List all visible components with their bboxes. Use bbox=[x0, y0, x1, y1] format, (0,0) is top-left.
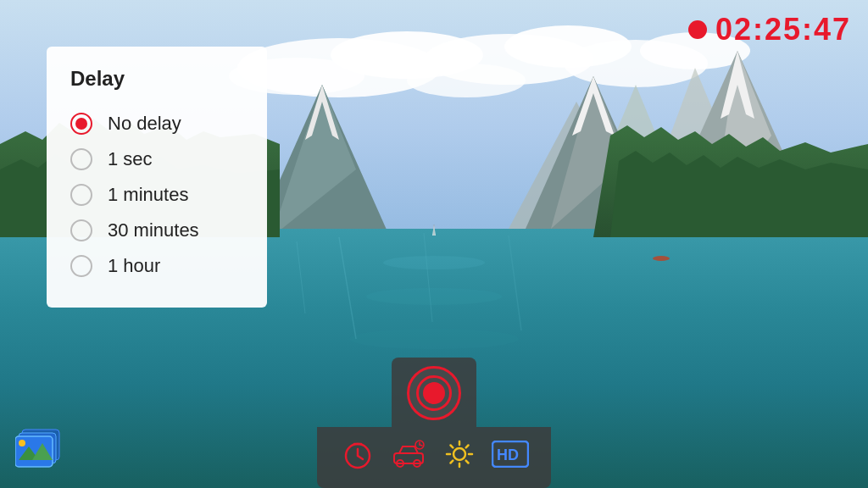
svg-point-41 bbox=[19, 440, 25, 446]
bottom-toolbar: HD bbox=[317, 358, 551, 488]
gallery-icon[interactable] bbox=[15, 423, 66, 473]
svg-point-28 bbox=[349, 329, 519, 349]
svg-point-27 bbox=[366, 288, 502, 305]
svg-point-53 bbox=[453, 448, 465, 460]
delay-panel: Delay No delay 1 sec 1 minutes 30 minute… bbox=[47, 47, 267, 308]
radio-inner-no-delay bbox=[75, 118, 87, 130]
svg-point-33 bbox=[653, 256, 670, 261]
recording-indicator: 02:25:47 bbox=[688, 12, 851, 47]
svg-text:HD: HD bbox=[497, 446, 519, 463]
svg-line-58 bbox=[451, 446, 453, 448]
delay-label-1min: 1 minutes bbox=[108, 184, 188, 206]
record-btn-inner bbox=[416, 375, 452, 411]
radio-no-delay[interactable] bbox=[70, 113, 92, 135]
delay-option-1min[interactable]: 1 minutes bbox=[70, 177, 233, 213]
radio-1sec[interactable] bbox=[70, 148, 92, 170]
delay-option-no-delay[interactable]: No delay bbox=[70, 106, 233, 141]
record-button-container bbox=[392, 358, 476, 427]
svg-point-26 bbox=[383, 256, 485, 269]
record-time: 02:25:47 bbox=[715, 12, 851, 47]
timer-icon-button[interactable] bbox=[337, 434, 378, 474]
delay-option-1hour[interactable]: 1 hour bbox=[70, 248, 233, 284]
svg-line-52 bbox=[420, 445, 422, 446]
radio-30min[interactable] bbox=[70, 219, 92, 241]
delay-title: Delay bbox=[70, 67, 233, 91]
delay-option-30min[interactable]: 30 minutes bbox=[70, 213, 233, 248]
svg-marker-32 bbox=[610, 151, 868, 237]
svg-marker-47 bbox=[399, 446, 418, 453]
svg-line-61 bbox=[451, 461, 453, 463]
record-dot bbox=[688, 20, 707, 39]
svg-line-59 bbox=[466, 461, 469, 463]
toolbar-icons-row: HD bbox=[317, 427, 551, 488]
record-button[interactable] bbox=[407, 366, 461, 420]
radio-1min[interactable] bbox=[70, 184, 92, 206]
delay-label-30min: 30 minutes bbox=[108, 219, 199, 241]
svg-line-60 bbox=[466, 446, 469, 448]
record-btn-dot bbox=[423, 382, 445, 404]
hd-icon-button[interactable]: HD bbox=[490, 434, 531, 474]
delay-label-no-delay: No delay bbox=[108, 113, 181, 135]
svg-line-44 bbox=[358, 456, 363, 459]
delay-option-1sec[interactable]: 1 sec bbox=[70, 141, 233, 177]
interval-icon-button[interactable] bbox=[388, 434, 429, 474]
brightness-icon-button[interactable] bbox=[439, 434, 480, 474]
radio-1hour[interactable] bbox=[70, 255, 92, 277]
svg-point-8 bbox=[407, 64, 526, 97]
delay-label-1hour: 1 hour bbox=[108, 255, 160, 277]
svg-rect-46 bbox=[394, 453, 423, 463]
delay-label-1sec: 1 sec bbox=[108, 148, 153, 170]
